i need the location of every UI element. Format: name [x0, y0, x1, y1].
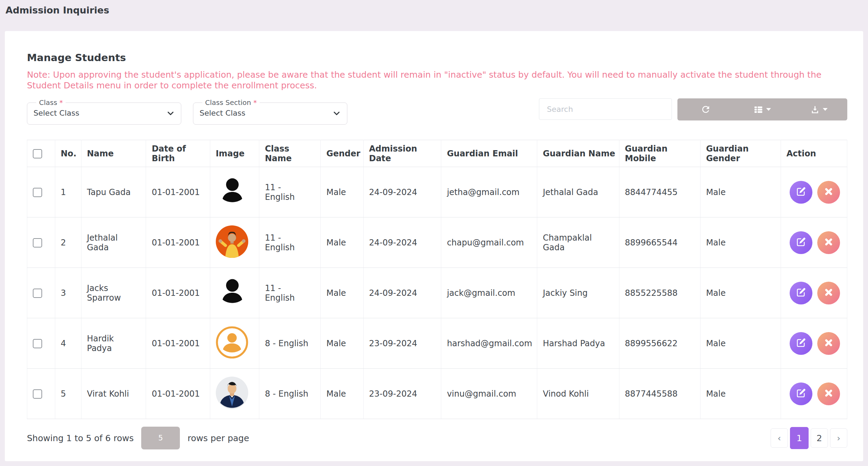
row-select-cell [27, 369, 55, 419]
cell-guardian-gender: Male [700, 167, 781, 217]
pagination-page-2[interactable]: 2 [811, 428, 828, 448]
edit-button[interactable] [790, 332, 812, 355]
edit-icon [795, 337, 807, 349]
row-select-cell [27, 268, 55, 318]
cell-no: 2 [55, 217, 81, 268]
cell-gender: Male [321, 167, 364, 217]
cell-action [781, 318, 847, 369]
cell-guardian-mobile: 8877445588 [619, 369, 700, 419]
row-checkbox[interactable] [33, 289, 42, 298]
cell-gender: Male [321, 318, 364, 369]
edit-button[interactable] [790, 382, 812, 405]
select-all-checkbox[interactable] [33, 149, 42, 158]
cell-guardian-gender: Male [700, 369, 781, 419]
export-dropdown-button[interactable] [791, 98, 847, 120]
row-checkbox[interactable] [33, 339, 42, 348]
cell-class-name: 11 - English [259, 167, 321, 217]
cell-gender: Male [321, 217, 364, 268]
cell-class-name: 11 - English [259, 217, 321, 268]
cell-admission-date: 24-09-2024 [363, 268, 441, 318]
cell-image [210, 369, 259, 419]
cell-guardian-gender: Male [700, 217, 781, 268]
column-header-admission-date: Admission Date [363, 140, 441, 167]
cell-guardian-email: jack@gmail.com [441, 268, 537, 318]
row-select-cell [27, 167, 55, 217]
columns-dropdown-button[interactable] [734, 98, 791, 120]
pagination-prev-button[interactable]: ‹ [771, 428, 788, 448]
edit-icon [795, 236, 807, 249]
cell-admission-date: 24-09-2024 [363, 217, 441, 268]
page-size-button[interactable]: 5 [141, 427, 180, 449]
cell-gender: Male [321, 369, 364, 419]
cell-name: Hardik Padya [81, 318, 146, 369]
cell-action [781, 217, 847, 268]
column-header-date-of-birth: Date of Birth [146, 140, 210, 167]
card-heading: Manage Students [27, 52, 847, 64]
row-select-cell [27, 318, 55, 369]
cell-guardian-name: Vinod Kohli [537, 369, 619, 419]
column-header-guardian-mobile: Guardian Mobile [619, 140, 700, 167]
column-header-guardian-email: Guardian Email [441, 140, 537, 167]
cell-name: Tapu Gada [81, 167, 146, 217]
caret-down-icon [766, 108, 771, 111]
cell-no: 5 [55, 369, 81, 419]
cell-guardian-mobile: 8844774455 [619, 167, 700, 217]
refresh-button[interactable] [677, 98, 734, 120]
table-row: 1 Tapu Gada 01-01-2001 11 - English Male… [27, 167, 847, 217]
cell-class-name: 8 - English [259, 369, 321, 419]
edit-button[interactable] [790, 181, 812, 204]
search-input[interactable] [539, 98, 672, 120]
row-select-cell [27, 217, 55, 268]
row-checkbox[interactable] [33, 238, 42, 247]
admission-inquiries-page: { "page": { "title": "Admission Inquirie… [0, 0, 868, 466]
cell-guardian-email: vinu@gmail.com [441, 369, 537, 419]
column-header-select-all [27, 140, 55, 167]
row-checkbox[interactable] [33, 188, 42, 197]
class-section-select[interactable]: Class Section * Select Class [193, 98, 347, 125]
close-icon [823, 388, 834, 399]
class-select[interactable]: Class * Select Class [27, 98, 181, 125]
class-select-value: Select Class [33, 109, 79, 117]
rows-summary: Showing 1 to 5 of 6 rows 5 rows per page [27, 427, 249, 449]
delete-button[interactable] [817, 181, 840, 204]
delete-button[interactable] [817, 231, 840, 254]
class-section-select-value: Select Class [200, 109, 245, 117]
pagination-next-button[interactable]: › [830, 428, 847, 448]
column-header-image: Image [210, 140, 259, 167]
pagination: ‹12› [771, 427, 847, 449]
cell-guardian-gender: Male [700, 268, 781, 318]
cell-guardian-mobile: 8899556622 [619, 318, 700, 369]
delete-button[interactable] [817, 282, 840, 304]
cell-guardian-email: jetha@gmail.com [441, 167, 537, 217]
delete-button[interactable] [817, 332, 840, 355]
pagination-page-1[interactable]: 1 [790, 427, 809, 449]
cell-date-of-birth: 01-01-2001 [146, 268, 210, 318]
columns-icon [754, 105, 763, 114]
filter-toolbar-row: Class * Select Class Class Section * Sel… [27, 98, 847, 125]
chevron-down-icon [166, 109, 175, 117]
cell-guardian-name: Jethalal Gada [537, 167, 619, 217]
cell-name: Jacks Sparrow [81, 268, 146, 318]
close-icon [823, 287, 834, 299]
column-header-name: Name [81, 140, 146, 167]
cell-gender: Male [321, 268, 364, 318]
edit-button[interactable] [790, 282, 812, 304]
manage-students-card: Manage Students Note: Upon approving the… [5, 31, 863, 461]
cell-guardian-name: Harshad Padya [537, 318, 619, 369]
cell-action [781, 369, 847, 419]
delete-button[interactable] [817, 382, 840, 405]
table-row: 5 Virat Kohli 01-01-2001 8 - English Mal… [27, 369, 847, 419]
table-footer: Showing 1 to 5 of 6 rows 5 rows per page… [27, 427, 847, 449]
row-checkbox[interactable] [33, 389, 42, 399]
close-icon [823, 237, 834, 248]
edit-button[interactable] [790, 231, 812, 254]
class-section-select-label: Class Section * [202, 98, 260, 107]
table-header-row: No.NameDate of BirthImageClass NameGende… [27, 140, 847, 167]
cell-class-name: 11 - English [259, 268, 321, 318]
cell-guardian-name: Jackiy Sing [537, 268, 619, 318]
table-row: 4 Hardik Padya 01-01-2001 8 - English Ma… [27, 318, 847, 369]
cell-admission-date: 23-09-2024 [363, 318, 441, 369]
approval-note: Note: Upon approving the student's appli… [27, 70, 847, 91]
cell-image [210, 268, 259, 318]
cell-guardian-gender: Male [700, 318, 781, 369]
